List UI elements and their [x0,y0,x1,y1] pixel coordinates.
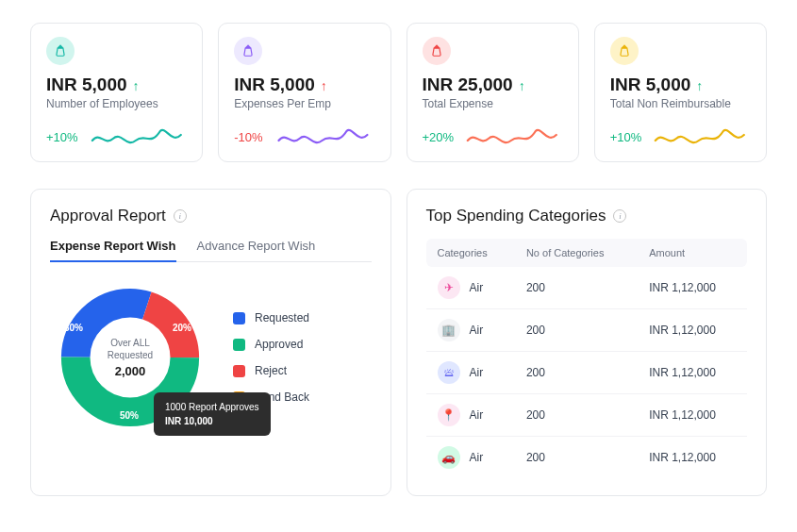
category-name: Air [470,324,484,337]
tab-advance-report-wish[interactable]: Advance Report Wish [197,239,316,262]
category-amount: INR 1,12,000 [638,352,747,394]
category-name: Air [470,281,484,294]
category-count: 200 [515,309,638,352]
table-row[interactable]: 🛎Air 200 INR 1,12,000 [426,352,748,394]
bell-icon: 🛎 [438,361,460,384]
panel-title: Top Spending Categories [426,207,606,225]
slice-pct-approved: 50% [120,410,139,421]
category-amount: INR 1,12,000 [638,267,747,309]
stat-pct: +10% [46,130,78,144]
legend: RequestedApprovedRejectSend Back [233,311,309,404]
info-icon[interactable]: i [613,209,626,223]
stat-label: Expenses Per Emp [234,97,374,110]
col-amount: Amount [638,239,747,267]
col-categories: Categories [426,239,515,267]
slice-pct-requested: 30% [64,323,83,333]
category-name: Air [470,451,484,464]
chart-tooltip: 1000 Report Approves INR 10,000 [154,392,271,436]
stat-label: Number of Employees [46,97,187,110]
legend-item: Approved [233,338,309,351]
panel-title: Approval Report [50,207,166,225]
moneybag-icon [46,37,75,65]
info-icon[interactable]: i [174,209,187,223]
stat-card[interactable]: INR 25,000 ↑ Total Expense +20% [407,23,579,162]
panels-row: Approval Report i Expense Report WishAdv… [30,189,767,496]
legend-item: Requested [233,311,309,324]
category-count: 200 [515,394,638,437]
donut-center-value: 2,000 [91,364,171,378]
stat-value: INR 5,000 [610,75,691,95]
building-icon: 🏢 [438,319,460,341]
table-row[interactable]: 🏢Air 200 INR 1,12,000 [426,309,748,352]
approval-report-panel: Approval Report i Expense Report WishAdv… [30,189,391,496]
tabs: Expense Report WishAdvance Report Wish [50,239,372,262]
sparkline [88,124,188,150]
slice-pct-reject: 20% [173,323,191,333]
trend-arrow-icon: ↑ [696,79,703,92]
trend-arrow-icon: ↑ [321,79,327,92]
category-count: 200 [515,437,638,478]
category-name: Air [470,408,484,422]
donut-center-label: Over ALL Requested [91,337,171,361]
sparkline [273,124,375,150]
category-count: 200 [515,267,638,309]
stat-label: Total Expense [423,97,563,110]
col-count: No of Categories [515,239,638,267]
stat-card[interactable]: INR 5,000 ↑ Expenses Per Emp -10% [218,23,390,162]
sparkline [651,124,751,150]
stat-pct: +10% [610,130,642,144]
legend-chip [233,312,245,324]
moneybag-icon [234,37,262,65]
legend-item: Reject [233,364,309,377]
stat-pct: +20% [423,130,455,144]
car-icon: 🚗 [438,446,460,469]
table-row[interactable]: 🚗Air 200 INR 1,12,000 [426,437,748,478]
chart-area: Over ALL Requested 2,000 30% 20% 50% Req… [50,277,372,438]
stat-value: INR 25,000 [423,75,513,95]
stat-cards-row: INR 5,000 ↑ Number of Employees +10% INR… [30,23,767,162]
stat-card[interactable]: INR 5,000 ↑ Total Non Reimbursable +10% [594,23,767,162]
sparkline [463,124,563,150]
tab-expense-report-wish[interactable]: Expense Report Wish [50,239,176,262]
legend-chip [233,365,245,377]
moneybag-icon [610,37,639,65]
stat-value: INR 5,000 [234,75,315,95]
table-row[interactable]: ✈Air 200 INR 1,12,000 [426,267,748,309]
category-name: Air [470,366,484,379]
trend-arrow-icon: ↑ [133,79,140,92]
pin-icon: 📍 [438,404,460,426]
table-row[interactable]: 📍Air 200 INR 1,12,000 [426,394,748,437]
stat-pct: -10% [234,130,262,144]
legend-chip [233,339,245,351]
category-count: 200 [515,352,638,394]
stat-card[interactable]: INR 5,000 ↑ Number of Employees +10% [30,23,203,162]
stat-label: Total Non Reimbursable [610,97,751,110]
top-spending-panel: Top Spending Categories i Categories No … [407,189,768,496]
trend-arrow-icon: ↑ [519,79,525,92]
category-amount: INR 1,12,000 [638,437,747,478]
stat-value: INR 5,000 [46,75,127,95]
categories-table: Categories No of Categories Amount ✈Air … [426,239,748,478]
plane-icon: ✈ [438,276,460,299]
category-amount: INR 1,12,000 [638,394,747,437]
moneybag-icon [423,37,451,65]
category-amount: INR 1,12,000 [638,309,747,352]
